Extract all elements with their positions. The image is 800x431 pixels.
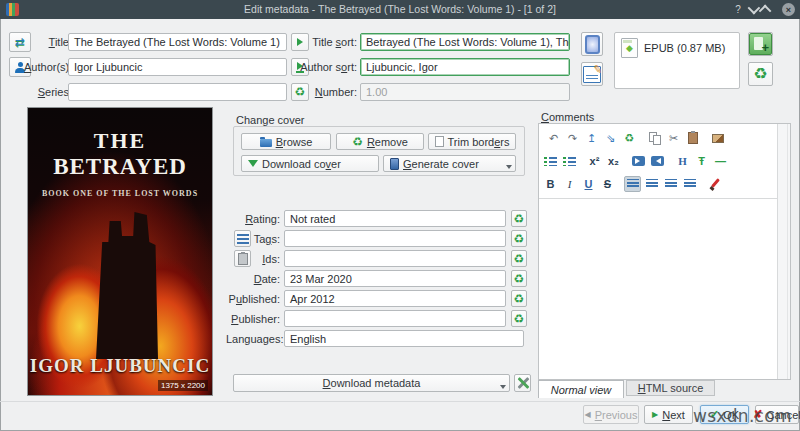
- window-title: Edit metadata - The Betrayed (The Lost W…: [0, 3, 800, 15]
- clear-date-button[interactable]: ♻: [511, 270, 527, 287]
- number-label: Number:: [306, 86, 357, 98]
- formats-list[interactable]: ◆ EPUB (0.87 MB): [614, 32, 740, 89]
- edit-metadata-dialog: Edit metadata - The Betrayed (The Lost W…: [0, 0, 800, 431]
- recycle-icon: ♻: [514, 293, 525, 305]
- align-justify-icon[interactable]: [681, 176, 698, 192]
- title-sort-label: Title sort:: [306, 36, 357, 48]
- swap-icon: ⇄: [15, 35, 25, 49]
- configure-metadata-download-button[interactable]: [514, 374, 531, 392]
- align-right-icon[interactable]: [662, 176, 679, 192]
- text-color-icon[interactable]: [706, 176, 723, 192]
- book-icon: [390, 158, 399, 170]
- rating-combo[interactable]: Not rated: [284, 210, 506, 227]
- authors-label: Author(s):: [24, 61, 72, 73]
- remove-cover-button[interactable]: ♻ Remove: [336, 133, 424, 150]
- indent-less-icon[interactable]: [649, 153, 666, 169]
- download-metadata-button[interactable]: Download metadata: [233, 374, 510, 392]
- heading-icon[interactable]: H: [674, 153, 691, 169]
- subscript-icon[interactable]: x₂: [605, 153, 622, 169]
- select-all-icon[interactable]: ↥: [583, 130, 600, 146]
- shade-down-icon[interactable]: [745, 2, 759, 16]
- help-icon[interactable]: ?: [731, 2, 745, 16]
- tags-label: Tags:: [226, 233, 280, 245]
- align-left-icon[interactable]: [624, 176, 641, 192]
- date-combo[interactable]: 23 Mar 2020: [284, 270, 506, 287]
- clear-tags-button[interactable]: ♻: [511, 230, 527, 247]
- edit-page-icon: ✎: [583, 66, 601, 83]
- strikethrough-icon[interactable]: S: [599, 176, 616, 192]
- download-cover-button[interactable]: Download cover: [241, 155, 379, 172]
- paste-icon[interactable]: [684, 130, 701, 146]
- redo-icon[interactable]: ↷: [564, 130, 581, 146]
- ordered-list-icon[interactable]: [542, 153, 559, 169]
- published-combo[interactable]: Apr 2012: [284, 290, 506, 307]
- cover-subtitle: BOOK ONE OF THE LOST WORDS: [28, 189, 212, 198]
- bold-icon[interactable]: B: [542, 176, 559, 192]
- cover-title-line1: THE: [28, 128, 212, 154]
- browse-cover-button[interactable]: Browse: [241, 133, 331, 150]
- title-input[interactable]: The Betrayed (The Lost Words: Volume 1): [68, 33, 287, 51]
- publisher-label: Publisher:: [226, 313, 280, 325]
- recycle-icon: ♻: [753, 66, 767, 82]
- comments-scrollbar[interactable]: [777, 124, 790, 379]
- arrow-right-icon: [297, 38, 303, 46]
- insert-link-icon[interactable]: ⇘: [602, 130, 619, 146]
- series-number-spinner: 1.00: [360, 83, 570, 101]
- next-button[interactable]: ▶ Next: [644, 405, 693, 424]
- tab-html-source[interactable]: HTML source: [626, 380, 715, 396]
- series-combo[interactable]: [68, 83, 287, 101]
- change-cover-label: Change cover: [236, 114, 305, 126]
- cut-icon[interactable]: ✂: [665, 130, 682, 146]
- format-item[interactable]: ◆ EPUB (0.87 MB): [621, 38, 725, 58]
- bullet-list-icon[interactable]: [561, 153, 578, 169]
- insert-image-icon[interactable]: [709, 130, 726, 146]
- titlebar[interactable]: Edit metadata - The Betrayed (The Lost W…: [0, 0, 800, 19]
- swap-title-author-button[interactable]: ⇄: [9, 32, 31, 52]
- horizontal-rule-icon[interactable]: —: [712, 153, 729, 169]
- undo-icon[interactable]: ↶: [545, 130, 562, 146]
- clear-rating-button[interactable]: ♻: [511, 210, 527, 227]
- recycle-icon: ♻: [295, 86, 306, 98]
- close-icon[interactable]: ×: [782, 3, 795, 16]
- title-label: Title:: [30, 36, 72, 48]
- recycle-icon: ♻: [514, 313, 525, 325]
- book-cover-icon: [585, 35, 600, 54]
- comments-toolbar-row3: B I U S: [542, 176, 723, 192]
- date-label: Date:: [226, 273, 280, 285]
- clear-publisher-button[interactable]: ♻: [511, 310, 527, 327]
- trim-borders-button[interactable]: Trim borders: [428, 133, 516, 150]
- copy-icon[interactable]: [646, 130, 663, 146]
- remove-format-button[interactable]: ♻: [748, 62, 773, 86]
- clean-html-icon[interactable]: ♻: [621, 130, 638, 146]
- align-center-icon[interactable]: [643, 176, 660, 192]
- edit-format-metadata-button[interactable]: ✎: [581, 62, 603, 86]
- shade-up-icon[interactable]: [759, 2, 773, 16]
- tags-combo[interactable]: [284, 230, 506, 247]
- special-character-icon[interactable]: Ŧ: [693, 153, 710, 169]
- author-sort-input[interactable]: Ljubuncic, Igor: [360, 58, 570, 76]
- clear-ids-button[interactable]: ♻: [511, 250, 527, 267]
- generate-cover-button[interactable]: Generate cover: [383, 155, 516, 172]
- indent-more-icon[interactable]: [630, 153, 647, 169]
- authors-combo[interactable]: Igor Ljubuncic: [68, 58, 287, 76]
- recycle-icon: ♻: [514, 233, 525, 245]
- superscript-icon[interactable]: x²: [586, 153, 603, 169]
- cover-author: IGOR LJUBUNCIC: [28, 355, 212, 377]
- publisher-combo[interactable]: [284, 310, 506, 327]
- title-sort-input[interactable]: Betrayed (The Lost Words: Volume 1), The: [360, 33, 570, 51]
- clear-published-button[interactable]: ♻: [511, 290, 527, 307]
- comments-editor[interactable]: ↶ ↷ ↥ ⇘ ♻ ✂ x² x₂ H Ŧ — B I U S: [538, 123, 791, 380]
- comments-text-area[interactable]: [539, 199, 777, 379]
- add-format-button[interactable]: +: [748, 32, 773, 56]
- ids-input[interactable]: [284, 250, 506, 267]
- italic-icon[interactable]: I: [561, 176, 578, 192]
- cover-image: THE BETRAYED BOOK ONE OF THE LOST WORDS …: [28, 108, 212, 395]
- folder-icon: [260, 139, 272, 147]
- epub-file-icon: ◆: [621, 38, 638, 58]
- format-label: EPUB (0.87 MB): [644, 42, 725, 54]
- recycle-icon: ♻: [514, 273, 525, 285]
- languages-combo[interactable]: English: [284, 330, 524, 347]
- tab-normal-view[interactable]: Normal view: [538, 380, 624, 398]
- underline-icon[interactable]: U: [580, 176, 597, 192]
- view-cover-button[interactable]: [581, 32, 603, 56]
